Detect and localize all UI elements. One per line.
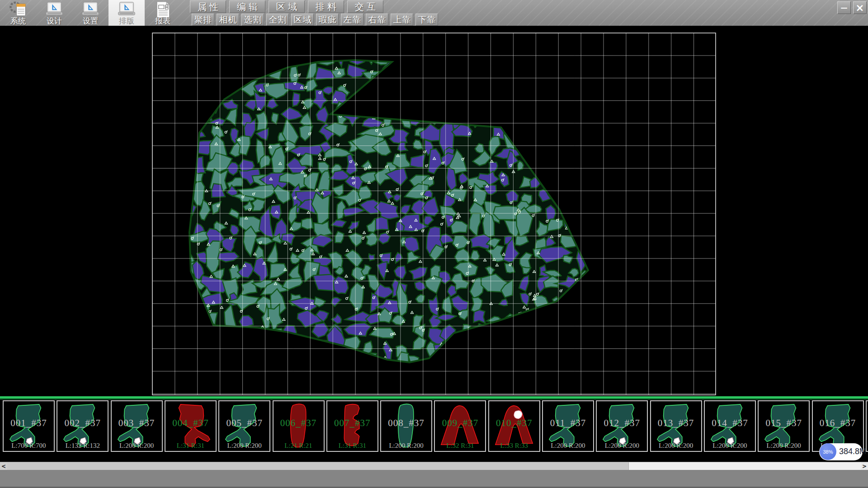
tool-snap-left-button[interactable]: 左靠: [341, 14, 363, 26]
piece-name: 012_#37: [597, 418, 647, 429]
menu-region-button[interactable]: 区域: [269, 0, 305, 13]
piece-name: 015_#37: [759, 418, 809, 429]
piece-cell-009[interactable]: 009_#37 L:32 R:31: [434, 400, 486, 452]
piece-lr-counts: L:700 R:700: [4, 442, 54, 450]
piece-name: 004_#37: [165, 418, 216, 429]
close-button[interactable]: ×: [853, 1, 867, 14]
menu-edit-button[interactable]: 编辑: [229, 0, 265, 13]
piece-cell-008[interactable]: 008_#37 L:200 R:200: [380, 400, 432, 452]
scroll-right-button[interactable]: >: [861, 462, 868, 470]
piece-name: 016_#37: [813, 418, 863, 429]
memory-badge: 38% 384.8M: [819, 443, 863, 460]
piece-cell-013[interactable]: 013_#37 L:200 R:200: [650, 400, 702, 452]
piece-cell-004[interactable]: 004_#37 L:31 R:31: [165, 400, 217, 452]
piece-name: 001_#37: [4, 418, 54, 429]
tool-defect-button[interactable]: 瑕疵: [316, 14, 339, 26]
piece-name: 013_#37: [651, 418, 701, 429]
piece-lr-counts: L:200 R:200: [543, 442, 593, 450]
strip-separator: [0, 396, 868, 398]
piece-name: 009_#37: [435, 418, 485, 429]
piece-lr-counts: L:132 R:132: [57, 442, 108, 450]
menu-interact-button[interactable]: 交互: [347, 0, 383, 13]
piece-name: 002_#37: [57, 418, 108, 429]
scroll-thumb[interactable]: [7, 462, 629, 470]
tool-snap-down-button[interactable]: 下靠: [415, 14, 438, 26]
piece-cell-015[interactable]: 015_#37 L:200 R:200: [758, 400, 810, 452]
piece-name: 011_#37: [543, 418, 593, 429]
tool-snap-right-button[interactable]: 右靠: [366, 14, 388, 26]
menu-properties-button[interactable]: 属性: [190, 0, 226, 13]
titlebar: 系统 设计 设置 排版 报表 属性编辑区域排料交互 聚排相机选割全割区域瑕疵左靠…: [0, 0, 868, 26]
piece-cell-002[interactable]: 002_#37 L:132 R:132: [57, 400, 108, 452]
piece-cell-003[interactable]: 003_#37 L:200 R:200: [111, 400, 163, 452]
scroll-left-button[interactable]: <: [0, 462, 7, 470]
nesting-canvas[interactable]: [0, 26, 868, 395]
piece-lr-counts: L:200 R:200: [651, 442, 701, 450]
minimize-button[interactable]: —: [837, 1, 851, 14]
piece-lr-counts: L:200 R:200: [219, 442, 269, 450]
piece-cell-005[interactable]: 005_#37 L:200 R:200: [218, 400, 270, 452]
piece-cell-014[interactable]: 014_#37 L:200 R:200: [704, 400, 756, 452]
nesting-app-window: 系统 设计 设置 排版 报表 属性编辑区域排料交互 聚排相机选割全割区域瑕疵左靠…: [0, 0, 868, 488]
tool-snap-up-button[interactable]: 上靠: [391, 14, 413, 26]
piece-name: 010_#37: [489, 418, 539, 429]
piece-cell[interactable]: [866, 400, 868, 452]
piece-lr-counts: L:33 R:33: [489, 442, 539, 450]
tool-region-button[interactable]: 区域: [291, 14, 314, 26]
nesting-workspace: [0, 26, 868, 395]
progress-circle: 38%: [820, 443, 836, 460]
piece-lr-counts: L:200 R:200: [597, 442, 647, 450]
piece-lr-counts: L:200 R:200: [112, 442, 162, 450]
pieces-film-strip: 001_#37 L:700 R:700 002_#37 L:132 R:132 …: [0, 395, 868, 462]
piece-name: 008_#37: [381, 418, 431, 429]
piece-lr-counts: L:32 R:31: [435, 442, 485, 450]
piece-cell-006[interactable]: 006_#37 L:21 R:21: [273, 400, 325, 452]
piece-cell-012[interactable]: 012_#37 L:200 R:200: [596, 400, 648, 452]
menu-nesting-button[interactable]: 排料: [308, 0, 344, 13]
piece-lr-counts: L:21 R:21: [274, 442, 324, 450]
piece-lr-counts: L:200 R:200: [705, 442, 755, 450]
menu-row-2: 聚排相机选割全割区域瑕疵左靠右靠上靠下靠: [192, 14, 440, 26]
horizontal-scrollbar[interactable]: < >: [0, 462, 868, 470]
piece-lr-counts: L:200 R:200: [381, 442, 431, 450]
piece-cell-010[interactable]: 010_#37 L:33 R:33: [488, 400, 540, 452]
piece-lr-counts: L:31 R:31: [165, 442, 216, 450]
tool-cluster-nest-button[interactable]: 聚排: [192, 14, 214, 26]
piece-name: 005_#37: [219, 418, 269, 429]
memory-value: 384.8M: [839, 447, 866, 456]
piece-cell-007[interactable]: 007_#37 L:31 R:31: [326, 400, 378, 452]
piece-name: 014_#37: [705, 418, 755, 429]
piece-cell-001[interactable]: 001_#37 L:700 R:700: [3, 400, 55, 452]
window-controls: — ×: [837, 1, 867, 14]
piece-lr-counts: L:200 R:200: [759, 442, 809, 450]
piece-lr-counts: L:31 R:31: [327, 442, 377, 450]
tool-camera-button[interactable]: 相机: [217, 14, 239, 26]
piece-name: 006_#37: [274, 418, 324, 429]
piece-cell-011[interactable]: 011_#37 L:200 R:200: [542, 400, 594, 452]
piece-name: 003_#37: [112, 418, 162, 429]
menu-row-1: 属性编辑区域排料交互: [190, 0, 387, 13]
tool-cut-all-button[interactable]: 全割: [266, 14, 289, 26]
piece-name: 007_#37: [327, 418, 377, 429]
status-bar: [0, 470, 868, 488]
menu-area: 属性编辑区域排料交互 聚排相机选割全割区域瑕疵左靠右靠上靠下靠: [0, 0, 868, 26]
tool-select-cut-button[interactable]: 选割: [241, 14, 264, 26]
